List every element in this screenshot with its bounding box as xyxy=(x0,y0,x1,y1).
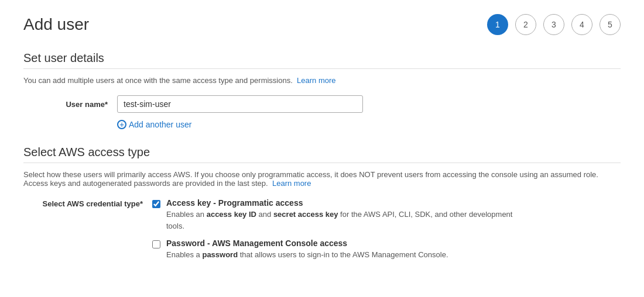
user-name-row: User name* xyxy=(23,95,621,113)
credential-type-label: Select AWS credential type* xyxy=(23,198,152,208)
programmatic-access-checkbox[interactable] xyxy=(152,200,160,208)
step-4[interactable]: 4 xyxy=(571,14,592,35)
programmatic-access-desc: Enables an access key ID and secret acce… xyxy=(166,209,518,232)
credential-type-row: Select AWS credential type* Access key -… xyxy=(23,198,621,261)
add-icon: + xyxy=(117,120,126,129)
credential-options: Access key - Programmatic access Enables… xyxy=(152,198,518,261)
step-5[interactable]: 5 xyxy=(600,14,621,35)
set-user-details-desc-text: You can add multiple users at once with … xyxy=(23,76,293,85)
console-access-checkbox[interactable] xyxy=(152,240,160,248)
step-indicators: 1 2 3 4 5 xyxy=(487,14,621,35)
page-title: Add user xyxy=(23,15,89,34)
console-access-option: Password - AWS Management Console access… xyxy=(152,239,518,261)
section-divider-2 xyxy=(23,163,621,163)
set-user-details-section: Set user details You can add multiple us… xyxy=(23,51,621,129)
set-user-details-title: Set user details xyxy=(23,51,621,65)
aws-access-type-desc: Select how these users will primarily ac… xyxy=(23,170,621,188)
step-3[interactable]: 3 xyxy=(543,14,564,35)
add-another-user-link[interactable]: + Add another user xyxy=(117,120,191,129)
add-another-user-label: Add another user xyxy=(129,120,191,129)
set-user-details-learn-more[interactable]: Learn more xyxy=(297,76,335,85)
step-1[interactable]: 1 xyxy=(487,14,508,35)
console-access-text: Password - AWS Management Console access… xyxy=(166,239,448,261)
programmatic-access-option: Access key - Programmatic access Enables… xyxy=(152,198,518,232)
console-access-desc: Enables a password that allows users to … xyxy=(166,249,448,261)
aws-access-type-title: Select AWS access type xyxy=(23,146,621,159)
user-name-label: User name* xyxy=(23,100,117,109)
page-header: Add user 1 2 3 4 5 xyxy=(23,14,621,35)
aws-access-type-learn-more[interactable]: Learn more xyxy=(272,179,311,188)
section-divider-1 xyxy=(23,68,621,69)
console-access-title: Password - AWS Management Console access xyxy=(166,239,448,248)
programmatic-access-title: Access key - Programmatic access xyxy=(166,198,518,208)
user-name-input[interactable] xyxy=(117,95,363,113)
set-user-details-desc: You can add multiple users at once with … xyxy=(23,76,621,85)
programmatic-access-text: Access key - Programmatic access Enables… xyxy=(166,198,518,232)
aws-access-type-section: Select AWS access type Select how these … xyxy=(23,146,621,261)
step-2[interactable]: 2 xyxy=(515,14,536,35)
